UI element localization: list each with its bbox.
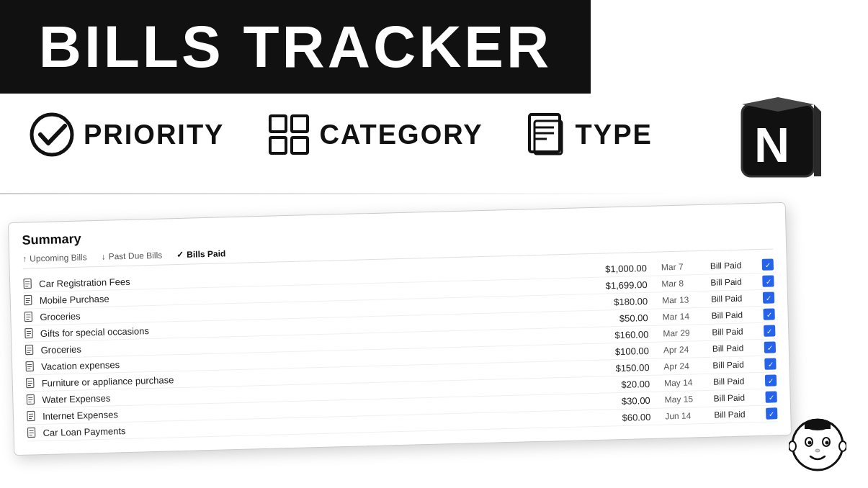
tab-upcoming-bills[interactable]: ↑ Upcoming Bills: [22, 252, 87, 263]
svg-point-0: [32, 114, 72, 155]
svg-point-60: [826, 441, 829, 445]
bill-details-cell: $100.00 Apr 24 Bill Paid ✓: [591, 341, 776, 358]
page-title: BILLS TRACKER: [39, 13, 552, 81]
bill-details-cell: $1,000.00 Mar 7 Bill Paid ✓: [589, 258, 774, 275]
bill-details-cell: $150.00 Apr 24 Bill Paid ✓: [591, 358, 776, 374]
summary-panel: Summary ↑ Upcoming Bills ↓ Past Due Bill…: [8, 202, 792, 456]
upcoming-arrow-icon: ↑: [22, 254, 27, 264]
doc-row-icon: [24, 311, 34, 322]
svg-text:N: N: [754, 117, 789, 172]
face-cartoon: [789, 416, 846, 474]
bill-details-cell: $50.00 Mar 14 Bill Paid ✓: [591, 308, 775, 325]
doc-row-icon: [27, 427, 37, 438]
bill-details-cell: $180.00 Mar 13 Bill Paid ✓: [590, 292, 774, 308]
bill-details-cell: $60.00 Jun 14 Bill Paid ✓: [593, 407, 777, 424]
bill-table: Car Registration Fees $1,000.00 Mar 7 Bi…: [23, 256, 778, 441]
svg-rect-46: [27, 411, 35, 420]
type-icon: [527, 112, 567, 158]
paid-checkbox[interactable]: ✓: [764, 341, 776, 353]
svg-point-63: [839, 441, 846, 451]
svg-point-61: [815, 449, 820, 452]
icons-row: PRIORITY CATEGORY TYPE: [29, 112, 653, 158]
doc-row-icon: [24, 294, 34, 306]
svg-rect-14: [24, 279, 31, 288]
paid-checkbox[interactable]: ✓: [763, 308, 774, 320]
svg-rect-4: [292, 137, 308, 153]
doc-row-icon: [25, 361, 35, 372]
svg-rect-56: [805, 425, 831, 429]
bill-details-cell: $1,699.00 Mar 8 Bill Paid ✓: [589, 275, 774, 292]
svg-rect-2: [292, 116, 308, 132]
svg-rect-6: [534, 121, 562, 154]
bill-details-cell: $160.00 Mar 29 Bill Paid ✓: [591, 325, 775, 341]
priority-group: PRIORITY: [29, 112, 224, 158]
tab-bills-paid[interactable]: ✓ Bills Paid: [176, 248, 225, 260]
doc-row-icon: [24, 344, 35, 356]
svg-marker-12: [814, 104, 821, 176]
doc-row-icon: [26, 394, 36, 405]
svg-rect-3: [270, 137, 286, 153]
paid-checkbox[interactable]: ✓: [762, 275, 774, 286]
doc-row-icon: [26, 377, 36, 389]
priority-label: PRIORITY: [84, 119, 224, 150]
paid-checkbox[interactable]: ✓: [766, 407, 777, 419]
doc-row-icon: [27, 410, 37, 422]
bill-details-cell: $30.00 May 15 Bill Paid ✓: [593, 391, 777, 407]
paid-checkbox[interactable]: ✓: [762, 258, 774, 270]
past-due-arrow-icon: ↓: [101, 252, 105, 262]
tab-past-due-bills[interactable]: ↓ Past Due Bills: [101, 250, 162, 262]
header-bar: BILLS TRACKER: [0, 0, 591, 94]
bills-paid-check-icon: ✓: [176, 250, 184, 260]
priority-icon: [29, 112, 75, 158]
svg-rect-1: [270, 116, 286, 132]
svg-point-59: [808, 441, 812, 445]
paid-checkbox[interactable]: ✓: [764, 325, 775, 336]
svg-rect-18: [24, 295, 32, 304]
paid-checkbox[interactable]: ✓: [765, 374, 777, 386]
paid-checkbox[interactable]: ✓: [764, 358, 776, 369]
category-label: CATEGORY: [319, 119, 483, 150]
svg-rect-42: [27, 394, 34, 404]
bill-name-cell: Car Loan Payments: [27, 421, 272, 439]
doc-row-icon: [23, 278, 33, 289]
type-label: TYPE: [576, 119, 653, 150]
paid-checkbox[interactable]: ✓: [763, 292, 774, 303]
doc-row-icon: [24, 327, 35, 339]
bill-details-cell: $20.00 May 14 Bill Paid ✓: [592, 374, 777, 391]
paid-checkbox[interactable]: ✓: [765, 391, 777, 402]
category-icon: [267, 113, 310, 156]
notion-cube: N: [731, 94, 825, 187]
category-group: CATEGORY: [267, 113, 483, 156]
svg-point-62: [789, 441, 796, 451]
divider: [0, 193, 684, 194]
type-group: TYPE: [527, 112, 653, 158]
